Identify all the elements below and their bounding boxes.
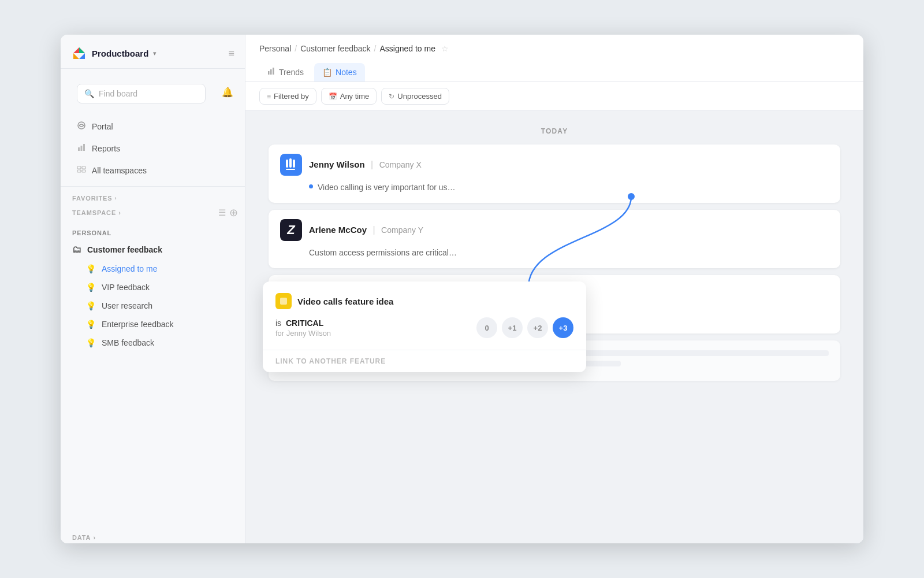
filtered-by-label: Filtered by (274, 92, 309, 101)
svg-rect-7 (83, 144, 85, 151)
tab-trends[interactable]: Trends (259, 62, 312, 81)
popup-header: Video calls feature idea (275, 293, 573, 309)
filtered-by-btn[interactable]: ≡ Filtered by (259, 88, 316, 105)
personal-section-header: PERSONAL (61, 221, 245, 240)
avatar-jenny-wilson (280, 154, 302, 176)
notification-bell-icon[interactable]: 🔔 (218, 86, 237, 99)
breadcrumb-customer-feedback[interactable]: Customer feedback (300, 44, 370, 53)
note-person-jenny: Jenny Wilson | Company X (309, 160, 829, 170)
search-placeholder: Find board (99, 89, 198, 98)
personal-label: PERSONAL (72, 229, 111, 236)
vip-label: VIP feedback (102, 283, 150, 292)
svg-rect-6 (81, 146, 83, 151)
svg-rect-10 (77, 170, 81, 172)
teamspace-actions: ☰ ⊕ (218, 206, 238, 219)
notes-tab-label: Notes (336, 68, 357, 77)
popup-link-feature[interactable]: LINK TO ANOTHER FEATURE (263, 350, 586, 372)
sidebar-item-smb-feedback[interactable]: 💡 SMB feedback (65, 334, 240, 351)
logo[interactable]: Productboard ▾ (71, 45, 157, 61)
svg-rect-14 (273, 68, 274, 75)
sidebar-header: Productboard ▾ ≡ (61, 35, 245, 69)
popup-feature-title: Video calls feature idea (297, 297, 393, 306)
sidebar-item-user-research[interactable]: 💡 User research (65, 297, 240, 314)
teamspace-add-icon[interactable]: ⊕ (229, 206, 238, 219)
svg-rect-13 (270, 69, 272, 75)
breadcrumb-sep-1: / (295, 44, 297, 53)
feature-popup-card[interactable]: Video calls feature idea is CRITICAL for… (263, 281, 586, 372)
favorites-chevron-icon: › (114, 195, 117, 201)
teamspace-label-text: TEAMSPACE (72, 209, 116, 216)
data-chevron-icon: › (93, 534, 96, 541)
trends-tab-icon (267, 67, 275, 77)
favorites-section[interactable]: FAVORITES › (61, 187, 245, 204)
note-card-jenny-wilson[interactable]: Jenny Wilson | Company X Video calling i… (269, 144, 840, 203)
feed-area: TODAY Jenny Wilson | (245, 111, 863, 543)
enterprise-icon: 💡 (86, 320, 96, 329)
filter-bar: ≡ Filtered by 📅 Any time ↻ Unprocessed (245, 82, 863, 111)
sidebar-item-portal[interactable]: Portal (65, 116, 240, 137)
data-label: DATA (72, 534, 91, 541)
criticality-value: CRITICAL (286, 318, 323, 328)
separator: | (371, 160, 373, 169)
find-board-search[interactable]: 🔍 Find board (77, 84, 206, 103)
criticality-is: is (275, 318, 281, 328)
any-time-label: Any time (340, 92, 370, 101)
svg-rect-9 (82, 166, 85, 169)
data-section[interactable]: DATA › (61, 526, 245, 543)
calendar-icon: 📅 (329, 92, 337, 101)
separator-2: | (372, 225, 375, 235)
popup-badge-3[interactable]: +3 (553, 317, 573, 338)
enterprise-label: Enterprise feedback (102, 320, 174, 329)
reports-label: Reports (92, 144, 120, 153)
sidebar-item-teamspaces[interactable]: All teamspaces (65, 160, 240, 181)
sidebar-nav: Portal Reports All teamspaces (61, 110, 245, 187)
sidebar-item-reports[interactable]: Reports (65, 138, 240, 159)
teamspace-label[interactable]: TEAMSPACE › (72, 209, 121, 216)
portal-icon (77, 121, 86, 132)
svg-rect-11 (82, 170, 85, 172)
logo-text: Productboard (92, 49, 148, 58)
smb-icon: 💡 (86, 338, 96, 347)
popup-badge-0[interactable]: 0 (476, 317, 497, 338)
any-time-btn[interactable]: 📅 Any time (321, 88, 377, 105)
favorites-label: FAVORITES (72, 195, 112, 202)
svg-rect-15 (286, 160, 288, 168)
svg-rect-16 (289, 158, 292, 168)
logo-chevron: ▾ (153, 50, 157, 57)
arlene-mccoy-preview: Custom access permissions are critical… (280, 247, 829, 259)
smb-label: SMB feedback (102, 338, 154, 347)
arlene-mccoy-company: Company Y (381, 225, 423, 235)
user-research-label: User research (102, 301, 152, 310)
svg-rect-12 (268, 71, 270, 75)
main-header: Personal / Customer feedback / Assigned … (245, 35, 863, 82)
popup-badge-2[interactable]: +2 (527, 317, 548, 338)
trends-tab-label: Trends (279, 68, 304, 77)
customer-feedback-folder[interactable]: 🗂 Customer feedback (61, 240, 245, 260)
sidebar-item-assigned-to-me[interactable]: 💡 Assigned to me (65, 260, 240, 277)
jenny-wilson-preview: Video calling is very important for us… (280, 181, 829, 194)
star-icon[interactable]: ☆ (441, 44, 449, 53)
sidebar-item-enterprise-feedback[interactable]: 💡 Enterprise feedback (65, 316, 240, 333)
unprocessed-btn[interactable]: ↻ Unprocessed (381, 88, 449, 105)
sidebar-collapse-btn[interactable]: ≡ (228, 47, 234, 60)
teamspace-list-icon[interactable]: ☰ (218, 208, 226, 218)
reports-icon (77, 143, 86, 154)
breadcrumb-personal[interactable]: Personal (259, 44, 291, 53)
unprocessed-label: Unprocessed (397, 92, 442, 101)
user-research-icon: 💡 (86, 301, 96, 310)
tab-notes[interactable]: 📋 Notes (314, 63, 365, 81)
popup-body: is CRITICAL for Jenny Wilson 0 +1 +2 +3 (275, 317, 573, 338)
teamspace-chevron-icon: › (118, 209, 121, 216)
popup-badge-1[interactable]: +1 (502, 317, 523, 338)
sidebar-item-vip-feedback[interactable]: 💡 VIP feedback (65, 279, 240, 296)
note-card-arlene-mccoy[interactable]: Z Arlene McCoy | Company Y Custom access… (269, 210, 840, 268)
jenny-preview-text: Video calling is very important for us… (318, 181, 456, 194)
folder-label: Customer feedback (87, 245, 162, 254)
vip-icon: 💡 (86, 283, 96, 292)
portal-label: Portal (92, 122, 113, 131)
feed-date-header: TODAY (269, 127, 840, 135)
teamspace-section-row: TEAMSPACE › ☰ ⊕ (61, 204, 245, 221)
svg-rect-17 (293, 160, 295, 168)
breadcrumb: Personal / Customer feedback / Assigned … (259, 44, 850, 60)
logo-icon (71, 45, 87, 61)
